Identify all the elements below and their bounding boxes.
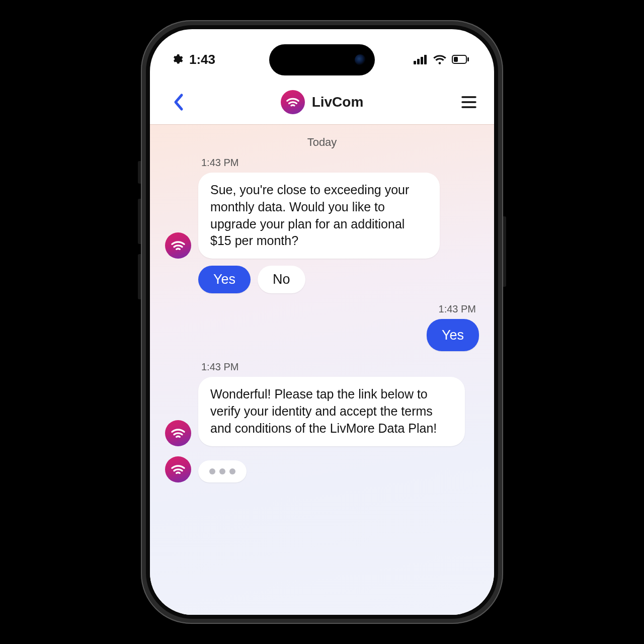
phone-side-button <box>503 216 506 287</box>
chat-title: LivCom <box>281 90 364 114</box>
message-block: 1:43 PM Sue, you're close to exceeding y… <box>165 157 479 293</box>
chat-title-text: LivCom <box>312 94 364 110</box>
bot-message-bubble: Sue, you're close to exceeding your mont… <box>198 173 440 259</box>
message-timestamp: 1:43 PM <box>165 361 479 373</box>
phone-side-button <box>138 199 141 244</box>
phone-frame: 1:43 <box>141 20 503 624</box>
chevron-left-icon <box>173 93 184 111</box>
svg-rect-5 <box>467 57 469 61</box>
status-time: 1:43 <box>189 52 215 67</box>
phone-side-button <box>138 254 141 299</box>
dynamic-island <box>269 44 375 75</box>
quick-reply-yes[interactable]: Yes <box>198 266 251 293</box>
bot-message-bubble: Wonderful! Please tap the link below to … <box>198 377 465 446</box>
wifi-icon <box>433 54 447 65</box>
typing-indicator <box>198 460 247 482</box>
svg-rect-6 <box>454 57 458 62</box>
battery-icon <box>452 55 469 64</box>
message-block <box>165 456 479 482</box>
menu-icon <box>461 96 477 109</box>
gear-icon <box>171 53 183 65</box>
svg-rect-0 <box>414 61 416 64</box>
brand-avatar <box>281 90 305 114</box>
svg-rect-3 <box>424 55 427 64</box>
phone-screen: 1:43 <box>150 29 494 615</box>
typing-dot <box>229 468 235 474</box>
cellular-icon <box>414 54 428 64</box>
brand-avatar <box>165 420 191 446</box>
typing-dot <box>219 468 225 474</box>
typing-dot <box>209 468 215 474</box>
chat-header: LivCom <box>150 79 494 125</box>
quick-reply-no[interactable]: No <box>258 266 305 293</box>
chat-body[interactable]: Today 1:43 PM Sue, you're close to exce <box>150 125 494 615</box>
message-timestamp: 1:43 PM <box>165 303 479 315</box>
message-block: 1:43 PM Wonderful! Please tap the link b… <box>165 361 479 446</box>
brand-avatar <box>165 232 191 259</box>
menu-button[interactable] <box>455 96 477 109</box>
svg-rect-1 <box>417 59 420 64</box>
message-block: 1:43 PM Yes <box>165 303 479 351</box>
brand-avatar <box>165 456 191 482</box>
message-timestamp: 1:43 PM <box>165 157 479 169</box>
quick-replies: Yes No <box>165 266 479 293</box>
user-message-bubble: Yes <box>427 319 479 351</box>
day-divider: Today <box>165 136 479 149</box>
back-button[interactable] <box>167 93 189 111</box>
svg-rect-2 <box>421 57 423 64</box>
camera-icon <box>355 54 366 65</box>
phone-side-button <box>138 161 141 184</box>
